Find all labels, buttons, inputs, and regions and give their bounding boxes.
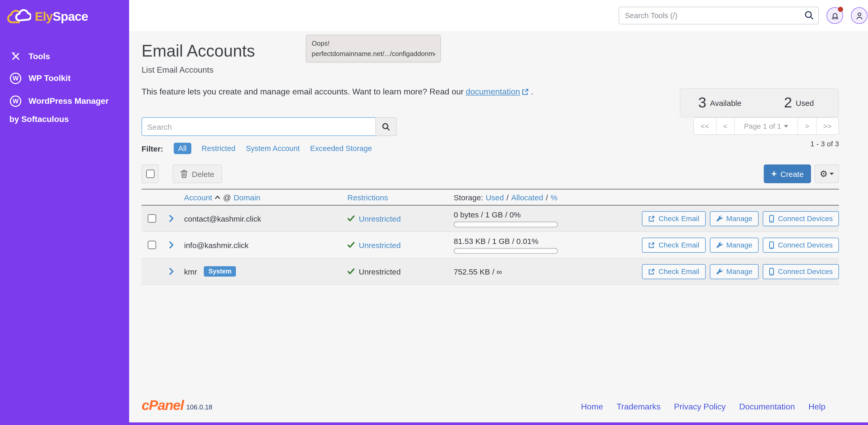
connect-devices-button[interactable]: Connect Devices — [763, 237, 839, 252]
settings-dropdown-button[interactable]: ⚙ — [815, 165, 839, 183]
user-menu-button[interactable] — [851, 7, 867, 24]
filter-row: Filter: All Restricted System Account Ex… — [142, 143, 397, 154]
bottom-accent-bar — [0, 422, 868, 425]
filter-system-account[interactable]: System Account — [246, 144, 300, 152]
pagination-next[interactable]: > — [798, 118, 816, 134]
expand-row-button[interactable] — [162, 215, 184, 222]
restriction-link[interactable]: Unrestricted — [359, 214, 401, 223]
filter-all[interactable]: All — [174, 143, 191, 154]
row-checkbox[interactable] — [148, 214, 156, 223]
table-row: info@kashmir.click Unrestricted 81.53 KB… — [142, 232, 839, 258]
pagination-first[interactable]: << — [694, 118, 717, 134]
check-email-label: Check Email — [658, 267, 699, 276]
wrench-icon — [716, 242, 722, 248]
cloud-logo-icon — [7, 8, 31, 25]
storage-progress-bar — [454, 221, 558, 227]
connect-devices-label: Connect Devices — [778, 241, 833, 249]
restriction-link[interactable]: Unrestricted — [359, 240, 401, 249]
separator: / — [546, 193, 548, 202]
account-email: contact@kashmir.click — [184, 214, 261, 223]
pagination-prev[interactable]: < — [716, 118, 735, 134]
manage-button[interactable]: Manage — [710, 211, 758, 226]
external-link-icon — [648, 242, 655, 248]
wrench-icon — [716, 215, 722, 222]
account-email: info@kashmir.click — [184, 240, 249, 249]
expand-row-button[interactable] — [162, 268, 184, 275]
toolbar-right: + Create ⚙ — [764, 165, 839, 183]
connect-devices-label: Connect Devices — [778, 214, 833, 223]
filter-exceeded-storage[interactable]: Exceeded Storage — [310, 144, 372, 152]
column-account-domain: Account @ Domain — [184, 193, 347, 202]
create-button[interactable]: + Create — [764, 165, 811, 183]
description-period: . — [531, 87, 533, 96]
documentation-link-label: documentation — [466, 87, 520, 96]
toolbar-left: Delete — [142, 165, 222, 183]
table-row: kmr System Unrestricted 752.55 KB / ∞ Ch… — [142, 258, 839, 285]
filter-restricted[interactable]: Restricted — [202, 144, 236, 152]
brand-logo[interactable]: ElySpace — [0, 0, 129, 30]
chevron-down-icon — [830, 173, 834, 175]
mobile-device-icon — [769, 267, 774, 275]
delete-button-label: Delete — [192, 169, 214, 178]
sort-domain-link[interactable]: Domain — [234, 193, 260, 202]
sidebar-item-label: WP Toolkit — [29, 74, 70, 83]
manage-label: Manage — [726, 267, 752, 276]
table-search-button[interactable] — [375, 117, 397, 136]
mobile-device-icon — [769, 241, 774, 249]
row-checkbox[interactable] — [148, 241, 156, 249]
connect-devices-button[interactable]: Connect Devices — [763, 264, 839, 279]
cpanel-logo: cPanel 106.0.18 — [142, 399, 212, 412]
sidebar-item-wordpress-manager[interactable]: W WordPress Manager by Softaculous — [0, 90, 129, 130]
manage-button[interactable]: Manage — [710, 237, 758, 252]
app-window: ElySpace Tools W WP Toolkit W WordPress … — [0, 0, 868, 425]
sidebar-item-label: Tools — [29, 52, 50, 61]
search-icon — [382, 122, 391, 131]
search-icon[interactable] — [804, 10, 814, 22]
table-search-input[interactable] — [142, 117, 375, 136]
search-filter-group: Filter: All Restricted System Account Ex… — [142, 117, 397, 154]
footer-link-privacy-policy[interactable]: Privacy Policy — [674, 402, 726, 412]
list-controls: Filter: All Restricted System Account Ex… — [142, 117, 839, 154]
check-email-label: Check Email — [658, 241, 699, 249]
sort-restrictions-link[interactable]: Restrictions — [347, 193, 388, 202]
restriction-text: Unrestricted — [359, 267, 401, 276]
sidebar: ElySpace Tools W WP Toolkit W WordPress … — [0, 0, 129, 425]
pagination-last[interactable]: >> — [816, 118, 838, 134]
pagination-page-select[interactable]: Page 1 of 1 — [735, 118, 798, 134]
expand-row-button[interactable] — [162, 241, 184, 249]
sidebar-item-label: WordPress Manager — [29, 96, 108, 106]
global-search — [619, 7, 819, 24]
check-email-button[interactable]: Check Email — [642, 237, 706, 252]
sort-storage-allocated-link[interactable]: Allocated — [511, 193, 543, 202]
global-search-input[interactable] — [619, 7, 819, 24]
check-email-button[interactable]: Check Email — [642, 211, 706, 226]
page-title: Email Accounts — [142, 41, 839, 61]
footer-link-documentation[interactable]: Documentation — [739, 402, 795, 412]
page-footer: cPanel 106.0.18 Home Trademarks Privacy … — [142, 399, 826, 412]
sort-ascending-icon — [215, 195, 220, 199]
footer-link-home[interactable]: Home — [581, 402, 603, 412]
pagination-page-label: Page 1 of 1 — [744, 122, 781, 130]
manage-button[interactable]: Manage — [710, 264, 758, 279]
trash-icon — [181, 170, 188, 178]
sidebar-nav: Tools W WP Toolkit W WordPress Manager b… — [0, 46, 129, 130]
connect-devices-button[interactable]: Connect Devices — [763, 211, 839, 226]
footer-link-help[interactable]: Help — [808, 402, 826, 412]
mobile-device-icon — [769, 215, 774, 222]
storage-progress-bar — [454, 248, 558, 254]
sort-storage-used-link[interactable]: Used — [486, 193, 504, 202]
documentation-link[interactable]: documentation — [466, 87, 529, 96]
stat-used: 2 Used — [760, 94, 838, 111]
sort-account-link[interactable]: Account — [184, 193, 212, 202]
sidebar-item-wp-toolkit[interactable]: W WP Toolkit — [0, 67, 129, 90]
notifications-button[interactable] — [827, 7, 843, 24]
sort-storage-percent-link[interactable]: % — [551, 193, 558, 202]
connect-devices-label: Connect Devices — [778, 267, 833, 276]
check-email-button[interactable]: Check Email — [642, 264, 706, 279]
footer-link-trademarks[interactable]: Trademarks — [617, 402, 660, 412]
select-all-checkbox[interactable] — [142, 165, 159, 183]
delete-button[interactable]: Delete — [173, 165, 222, 183]
sidebar-item-tools[interactable]: Tools — [0, 46, 129, 67]
system-badge: System — [204, 266, 236, 277]
email-accounts-table: Account @ Domain Restrictions Storage: U… — [142, 189, 839, 285]
